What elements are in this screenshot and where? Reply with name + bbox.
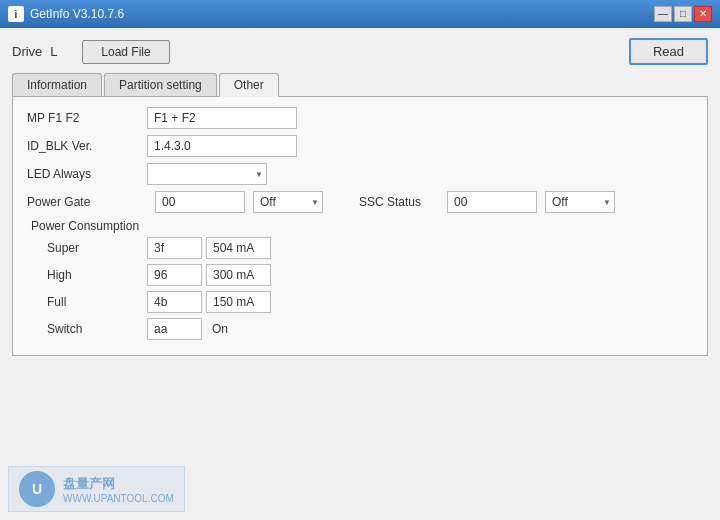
mp-f1-f2-row: MP F1 F2 <box>27 107 693 129</box>
high-label: High <box>47 268 147 282</box>
mp-f1-f2-group <box>147 107 297 129</box>
super-label: Super <box>47 241 147 255</box>
power-gate-select[interactable]: Off On <box>253 191 323 213</box>
high-ma-input[interactable] <box>206 264 271 286</box>
power-gate-label: Power Gate <box>27 195 147 209</box>
led-always-row: LED Always <box>27 163 693 185</box>
ssc-status-select-wrapper: Off On <box>545 191 615 213</box>
switch-label: Switch <box>47 322 147 336</box>
close-button[interactable]: ✕ <box>694 6 712 22</box>
watermark-logo-circle: U <box>19 471 55 507</box>
watermark-line2: WWW.UPANTOOL.COM <box>63 493 174 504</box>
full-value-input[interactable] <box>147 291 202 313</box>
watermark-line1: 盘量产网 <box>63 475 174 493</box>
super-ma-input[interactable] <box>206 237 271 259</box>
main-content: Drive L Load File Read Information Parti… <box>0 28 720 520</box>
watermark-text-block: 盘量产网 WWW.UPANTOOL.COM <box>63 475 174 504</box>
other-panel: MP F1 F2 ID_BLK Ver. LED Always <box>12 97 708 356</box>
power-consumption-section: Super High Full <box>27 237 693 340</box>
full-row: Full <box>47 291 693 313</box>
ssc-status-label: SSC Status <box>359 195 439 209</box>
power-gate-input[interactable] <box>155 191 245 213</box>
led-always-select-wrapper <box>147 163 267 185</box>
full-label: Full <box>47 295 147 309</box>
ssc-status-input[interactable] <box>447 191 537 213</box>
app-icon: i <box>8 6 24 22</box>
tabs: Information Partition setting Other <box>12 73 708 97</box>
title-bar: i GetInfo V3.10.7.6 — □ ✕ <box>0 0 720 28</box>
drive-section: Drive L <box>12 44 70 59</box>
read-button[interactable]: Read <box>629 38 708 65</box>
id-blk-ver-label: ID_BLK Ver. <box>27 139 147 153</box>
switch-row: Switch On <box>47 318 693 340</box>
drive-label: Drive <box>12 44 42 59</box>
watermark: U 盘量产网 WWW.UPANTOOL.COM <box>8 466 185 512</box>
watermark-logo-text: U <box>32 481 42 497</box>
high-value-input[interactable] <box>147 264 202 286</box>
id-blk-ver-row: ID_BLK Ver. <box>27 135 693 157</box>
power-gate-row: Power Gate Off On SSC Status <box>27 191 693 213</box>
tab-other[interactable]: Other <box>219 73 279 97</box>
mp-f1-f2-label: MP F1 F2 <box>27 111 147 125</box>
tab-information[interactable]: Information <box>12 73 102 96</box>
load-file-button[interactable]: Load File <box>82 40 169 64</box>
title-controls: — □ ✕ <box>654 6 712 22</box>
switch-value-input[interactable] <box>147 318 202 340</box>
ssc-status-select[interactable]: Off On <box>545 191 615 213</box>
high-row: High <box>47 264 693 286</box>
tab-partition[interactable]: Partition setting <box>104 73 217 96</box>
toolbar: Drive L Load File Read <box>12 38 708 65</box>
minimize-button[interactable]: — <box>654 6 672 22</box>
mp-f1-f2-input[interactable] <box>147 107 297 129</box>
super-value-input[interactable] <box>147 237 202 259</box>
led-always-label: LED Always <box>27 167 147 181</box>
super-row: Super <box>47 237 693 259</box>
power-gate-select-wrapper: Off On <box>253 191 323 213</box>
id-blk-ver-input[interactable] <box>147 135 297 157</box>
window-title: GetInfo V3.10.7.6 <box>30 7 124 21</box>
switch-state: On <box>206 320 234 338</box>
led-always-select[interactable] <box>147 163 267 185</box>
power-consumption-title: Power Consumption <box>27 219 693 233</box>
maximize-button[interactable]: □ <box>674 6 692 22</box>
full-ma-input[interactable] <box>206 291 271 313</box>
drive-value: L <box>50 44 70 59</box>
tab-container: Information Partition setting Other MP F… <box>12 73 708 356</box>
